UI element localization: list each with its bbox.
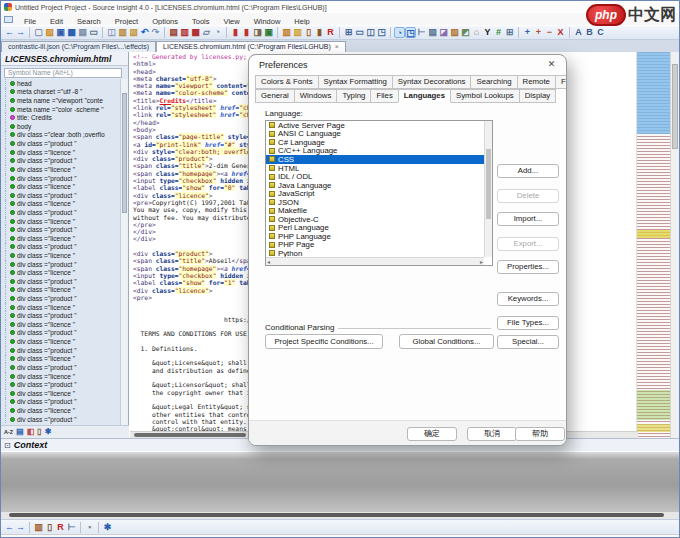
- file-types-button[interactable]: File Types...: [497, 316, 559, 330]
- flag-1-icon[interactable]: ▮: [230, 27, 241, 38]
- door-icon[interactable]: ◨: [252, 27, 263, 38]
- pref-tab-symbol-lookups[interactable]: Symbol Lookups: [450, 89, 520, 103]
- special-button[interactable]: Special...: [497, 335, 559, 349]
- symbol-list-item[interactable]: div class ="licence ": [1, 355, 121, 364]
- language-list-item[interactable]: JavaScript: [266, 189, 492, 198]
- symbol-list-item[interactable]: meta charset ="utf -8 ": [1, 88, 121, 97]
- symbol-search-input[interactable]: Symbol Name (Alt+L): [4, 68, 122, 78]
- redo-icon[interactable]: ↷: [150, 27, 161, 38]
- cancel-button[interactable]: 取消: [467, 427, 517, 441]
- symbol-list-item[interactable]: div class ="licence ": [1, 303, 121, 312]
- pref-tab-typing[interactable]: Typing: [336, 89, 371, 103]
- book-icon[interactable]: ▯: [303, 27, 314, 38]
- ctx-gear-icon[interactable]: ✱: [102, 522, 113, 533]
- category-icon[interactable]: ◧: [27, 427, 35, 437]
- ctx-hierarchy-icon[interactable]: ⊢: [66, 522, 77, 533]
- pref-tab-languages[interactable]: Languages: [398, 89, 451, 103]
- context-horizontal-scrollbar[interactable]: [1, 512, 679, 519]
- pref-tab-files[interactable]: Files: [370, 89, 398, 103]
- save-all-icon[interactable]: ▦: [66, 27, 77, 38]
- language-list-item[interactable]: JSON: [266, 198, 492, 207]
- global-conditions-button[interactable]: Global Conditions...: [399, 334, 494, 349]
- language-list-item[interactable]: Java Language: [266, 181, 492, 190]
- help-button[interactable]: 帮助: [515, 427, 565, 441]
- symbol-list-item[interactable]: meta name ="viewport "conte: [1, 96, 121, 105]
- symbol-list-item[interactable]: div class ="licence ": [1, 182, 121, 191]
- window-vertical-icon[interactable]: ◫: [365, 27, 376, 38]
- language-list-scrollbar[interactable]: [484, 121, 492, 257]
- minimap-viewport[interactable]: [637, 52, 670, 134]
- nav-forward-icon[interactable]: →: [15, 27, 26, 38]
- window-horizontal-icon[interactable]: ▭: [354, 27, 365, 38]
- symbol-list-item[interactable]: head: [1, 79, 121, 88]
- dialog-close-icon[interactable]: ✕: [546, 59, 557, 70]
- editor-vertical-scrollbar[interactable]: [670, 52, 679, 438]
- copy-icon[interactable]: ◫: [106, 27, 117, 38]
- indent-minus-icon[interactable]: −: [544, 27, 555, 38]
- home-icon[interactable]: ⌂: [471, 27, 482, 38]
- delete-x-icon[interactable]: X: [555, 27, 566, 38]
- symbol-list-item[interactable]: div class ="product ": [1, 225, 121, 234]
- window-tile-icon[interactable]: ⊞: [343, 27, 354, 38]
- editor-tab[interactable]: contrastic-ill.json (C:\Program Files\..…: [1, 41, 156, 52]
- ctx-forward-icon[interactable]: →: [15, 522, 26, 533]
- language-list-hscrollbar[interactable]: ◂▸: [266, 257, 484, 265]
- pref-tab-colors-fonts[interactable]: Colors & Fonts: [255, 75, 319, 89]
- image-icon[interactable]: ▨: [449, 27, 460, 38]
- ctx-lock-icon[interactable]: ▪: [84, 522, 95, 533]
- paste-icon[interactable]: ▥: [117, 27, 128, 38]
- symbol-list-item[interactable]: div class ="product ": [1, 191, 121, 200]
- nav-back-icon[interactable]: ←: [4, 27, 15, 38]
- doc-jump-icon[interactable]: ▤: [168, 27, 179, 38]
- symbol-list-item[interactable]: div class ="licence ": [1, 372, 121, 381]
- hierarchy-icon[interactable]: ⊢: [416, 27, 427, 38]
- symbol-list-item[interactable]: div class ="licence ": [1, 234, 121, 243]
- symbol-list-item[interactable]: title: Credits: [1, 113, 121, 122]
- pref-tab-syntax-decorations[interactable]: Syntax Decorations: [392, 75, 472, 89]
- symbol-list-item[interactable]: div class ="licence ": [1, 286, 121, 295]
- import-button[interactable]: Import...: [497, 212, 559, 226]
- language-list-item[interactable]: CSS: [266, 155, 492, 164]
- save-as-icon[interactable]: ▤: [77, 27, 88, 38]
- settings-gear-icon[interactable]: ✱: [45, 427, 52, 437]
- open-file-icon[interactable]: ▨: [44, 27, 55, 38]
- table-icon[interactable]: ⊞: [504, 27, 515, 38]
- symbol-list-item[interactable]: div class ="product ": [1, 329, 121, 338]
- properties-button[interactable]: Properties...: [497, 260, 559, 274]
- symbol-list-item[interactable]: meta name ="color -scheme ": [1, 105, 121, 114]
- ctx-back-icon[interactable]: ←: [4, 522, 15, 533]
- book-bookmark-icon[interactable]: ▮: [314, 27, 325, 38]
- symbol-list-item[interactable]: div class ="product ": [1, 363, 121, 372]
- clipboard-icon[interactable]: ▧: [128, 27, 139, 38]
- doc-export-icon[interactable]: ▦: [190, 27, 201, 38]
- pref-tab-searching[interactable]: Searching: [470, 75, 517, 89]
- pref-tab-general[interactable]: General: [255, 89, 295, 103]
- doc-view-icon[interactable]: ▤: [427, 27, 438, 38]
- lookup-icon[interactable]: ◔: [212, 27, 223, 38]
- symbol-list-item[interactable]: div class ="product ": [1, 139, 121, 148]
- letter-b-icon[interactable]: B: [584, 27, 595, 38]
- symbol-list-item[interactable]: div class ="licence ": [1, 251, 121, 260]
- language-list-item[interactable]: Active Server Page: [266, 121, 492, 130]
- print-icon[interactable]: ▭: [88, 27, 99, 38]
- project-specific-conditions-button[interactable]: Project Specific Conditions...: [265, 334, 383, 349]
- books-1-icon[interactable]: ▥: [281, 27, 292, 38]
- symbol-list-item[interactable]: div class ="licence ": [1, 200, 121, 209]
- box-icon[interactable]: ▣: [263, 27, 274, 38]
- symbol-list-item[interactable]: div class ="licence ": [1, 217, 121, 226]
- numbers-icon[interactable]: #: [493, 27, 504, 38]
- ctx-books-icon[interactable]: ▥: [33, 522, 44, 533]
- symbol-list-item[interactable]: div class ="licence ": [1, 165, 121, 174]
- symbol-list-item[interactable]: div class ="clear :both ;overflo: [1, 131, 121, 140]
- symbol-list-item[interactable]: div class ="product ": [1, 311, 121, 320]
- indent-plus-icon[interactable]: +: [522, 27, 533, 38]
- note-icon[interactable]: ◩: [460, 27, 471, 38]
- symbol-list-item[interactable]: div class ="licence ": [1, 148, 121, 157]
- language-list-item[interactable]: Objective-C: [266, 215, 492, 224]
- pref-tab-windows[interactable]: Windows: [294, 89, 338, 103]
- symbol-list-item[interactable]: div class ="product ": [1, 346, 121, 355]
- symbol-list-item[interactable]: div class ="product ": [1, 294, 121, 303]
- language-list-item[interactable]: Perl Language: [266, 224, 492, 233]
- symbol-list-item[interactable]: div class ="product ": [1, 277, 121, 286]
- symbol-list-item[interactable]: body: [1, 122, 121, 131]
